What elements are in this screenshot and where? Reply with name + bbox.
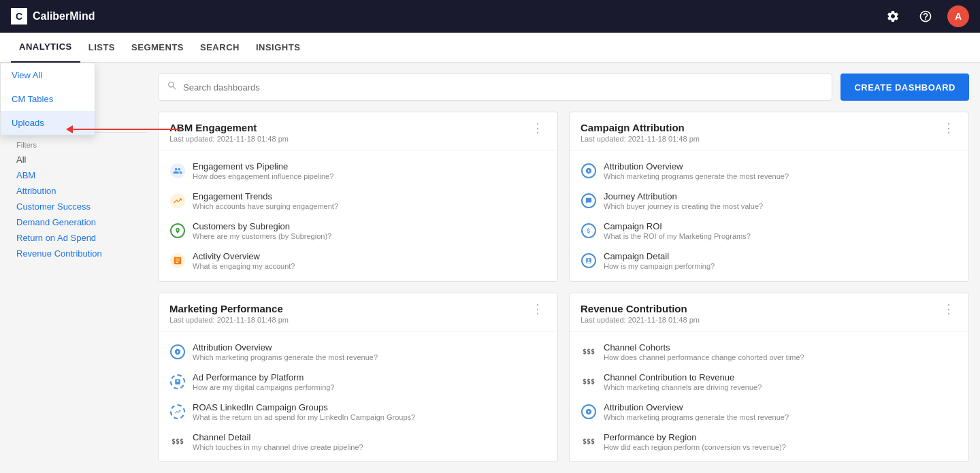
card-revenue-contribution: Revenue Contribution Last updated: 2021-… [569, 293, 969, 463]
content-area: CREATE DASHBOARD ABM Engagement Last upd… [158, 74, 969, 462]
filter-section: Filters All ABM Attribution Customer Suc… [11, 138, 147, 261]
item-title: Channel Cohorts [604, 342, 958, 353]
nav-search[interactable]: SEARCH [192, 33, 248, 63]
item-icon-campaign-detail [581, 252, 597, 269]
nav-insights[interactable]: INSIGHTS [248, 33, 308, 63]
item-title: Campaign ROI [604, 221, 958, 231]
card-menu-revenue[interactable]: ⋮ [940, 303, 958, 315]
card-items-abm: Engagement vs Pipeline How does engageme… [159, 150, 557, 281]
logo[interactable]: C CaliberMind [11, 8, 95, 25]
list-item[interactable]: $$$ Channel Cohorts How does channel per… [570, 337, 968, 367]
nav-lists[interactable]: LISTS [80, 33, 123, 63]
card-campaign-attribution: Campaign Attribution Last updated: 2021-… [569, 112, 969, 282]
dropdown-uploads[interactable]: Uploads [1, 111, 95, 135]
item-desc: Which touches in my channel drive create… [193, 443, 546, 451]
nav-analytics[interactable]: ANALYTICS [11, 33, 80, 63]
item-title: Customers by Subregion [193, 221, 546, 231]
card-title-campaign: Campaign Attribution [581, 122, 700, 133]
list-item[interactable]: Performance by Subregion [570, 457, 968, 463]
dropdown-view-all[interactable]: View All [1, 63, 95, 87]
card-items-revenue: $$$ Channel Cohorts How does channel per… [570, 331, 968, 463]
item-title: Engagement vs Pipeline [193, 161, 546, 172]
filter-revenue-contribution[interactable]: Revenue Contribution [11, 246, 147, 261]
dashboard-grid: ABM Engagement Last updated: 2021-11-18 … [158, 112, 969, 462]
top-nav: C CaliberMind A [0, 0, 980, 33]
item-desc: Which marketing channels are driving rev… [604, 383, 958, 391]
list-item[interactable]: Attribution Overview Which marketing pro… [159, 337, 557, 367]
list-item[interactable]: Attribution Overview Which marketing pro… [570, 156, 968, 186]
item-title: Performance by Subregion [604, 462, 958, 463]
filter-abm[interactable]: ABM [11, 167, 147, 183]
item-desc: Which accounts have surging engagement? [193, 202, 546, 210]
item-desc: Which marketing programs generate the mo… [604, 413, 958, 421]
sub-nav: ANALYTICS LISTS SEGMENTS SEARCH INSIGHTS [0, 33, 980, 63]
item-desc: What is the return on ad spend for my Li… [193, 413, 546, 421]
create-dashboard-button[interactable]: CREATE DASHBOARD [840, 74, 969, 101]
item-title: Attribution Overview [604, 402, 958, 412]
analytics-dropdown: View All CM Tables Uploads [0, 63, 95, 135]
list-item[interactable]: $$$ Performance by Region How did each r… [570, 427, 968, 457]
item-desc: Which marketing programs generate the mo… [193, 353, 546, 361]
filter-attribution[interactable]: Attribution [11, 183, 147, 199]
list-item[interactable]: Engagement Trends Which accounts have su… [159, 186, 557, 216]
card-menu-marketing[interactable]: ⋮ [529, 303, 546, 315]
settings-button[interactable] [882, 5, 904, 27]
list-item[interactable]: Customers by Subregion Where are my cust… [159, 216, 557, 246]
list-item[interactable]: $$$ Channel Contribution to Revenue Whic… [570, 367, 968, 397]
search-input[interactable] [183, 82, 823, 93]
card-updated-marketing: Last updated: 2021-11-18 01:48 pm [169, 316, 289, 324]
list-item[interactable]: Engagement vs Pipeline How does engageme… [159, 156, 557, 186]
list-item[interactable]: $$$ Channel Detail Which touches in my c… [159, 427, 557, 457]
help-icon [919, 10, 932, 23]
filter-customer-success[interactable]: Customer Success [11, 199, 147, 214]
item-icon-trends [169, 193, 186, 209]
filter-demand-generation[interactable]: Demand Generation [11, 214, 147, 230]
card-title-abm: ABM Engagement [169, 122, 289, 133]
avatar[interactable]: A [947, 5, 969, 27]
item-desc: Which marketing programs generate the mo… [604, 172, 958, 180]
card-title-marketing: Marketing Performance [169, 303, 289, 314]
nav-segments[interactable]: SEGMENTS [123, 33, 192, 63]
item-icon-channel-detail: $$$ [169, 434, 186, 450]
item-icon-roi [581, 223, 597, 239]
item-icon-ad-platform [169, 374, 186, 390]
card-updated-revenue: Last updated: 2021-11-18 01:48 pm [581, 316, 700, 324]
top-nav-actions: A [882, 5, 969, 27]
card-items-campaign: Attribution Overview Which marketing pro… [570, 150, 968, 281]
help-button[interactable] [915, 5, 936, 27]
list-item[interactable]: Ad Performance by Platform How are my di… [159, 367, 557, 397]
filter-all[interactable]: All [11, 152, 147, 167]
logo-icon: C [11, 8, 27, 25]
item-icon-engagement [169, 163, 186, 179]
list-item[interactable]: Campaign Detail How is my campaign perfo… [570, 246, 968, 276]
item-title: Journey Attribution [604, 191, 958, 201]
card-menu-campaign[interactable]: ⋮ [940, 122, 958, 134]
dropdown-cm-tables[interactable]: CM Tables [1, 87, 95, 111]
card-header-revenue: Revenue Contribution Last updated: 2021-… [570, 293, 968, 331]
item-desc: How are my digital campaigns performing? [193, 383, 546, 391]
item-icon-channel-cohorts: $$$ [581, 344, 597, 360]
gear-icon [886, 10, 900, 23]
main-content: Sort by Alphabetic Most Rece... Filters … [0, 63, 980, 473]
item-desc: How is my campaign performing? [604, 262, 958, 270]
list-item[interactable]: Campaign ROI What is the ROI of my Marke… [570, 216, 968, 246]
list-item[interactable]: Journey Attribution Which buyer journey … [570, 186, 968, 216]
list-item[interactable]: Attribution Overview Which marketing pro… [570, 397, 968, 427]
item-desc: How does engagement influence pipeline? [193, 172, 546, 180]
item-icon-mkt-attr [169, 344, 186, 360]
card-menu-abm[interactable]: ⋮ [529, 122, 546, 134]
search-icon [167, 80, 178, 94]
card-updated-abm: Last updated: 2021-11-18 01:48 pm [169, 135, 289, 143]
list-item[interactable]: ROAS LinkedIn Campaign Groups What is th… [159, 397, 557, 427]
arrow-annotation [71, 129, 180, 130]
filter-return-on-ad-spend[interactable]: Return on Ad Spend [11, 230, 147, 246]
item-title: Activity Overview [193, 251, 546, 261]
item-title: Channel Contribution to Revenue [604, 372, 958, 382]
item-icon-perf-region: $$$ [581, 434, 597, 450]
item-icon-activity [169, 252, 186, 269]
item-desc: What is the ROI of my Marketing Programs… [604, 232, 958, 240]
card-abm-engagement: ABM Engagement Last updated: 2021-11-18 … [158, 112, 558, 282]
list-item[interactable]: Activity Overview What is engaging my ac… [159, 246, 557, 276]
item-title: Attribution Overview [604, 161, 958, 172]
card-header-campaign: Campaign Attribution Last updated: 2021-… [570, 112, 968, 150]
